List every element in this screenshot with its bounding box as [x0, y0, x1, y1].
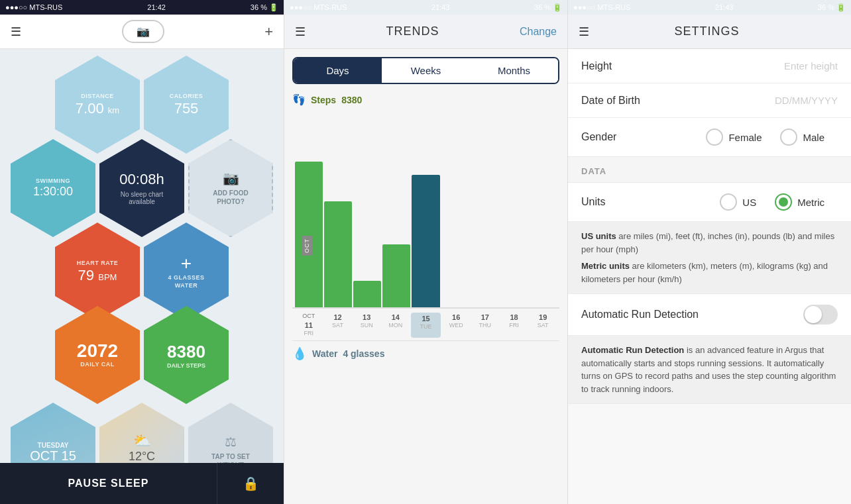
time-3: 21:43 — [715, 3, 734, 11]
us-description: US units are miles (mi), feet (ft), inch… — [581, 230, 838, 256]
bar-label-2: 13SUN — [353, 313, 380, 338]
tab-months[interactable]: Months — [470, 58, 558, 83]
panel-trends: ●●●○○ MTS-RUS 21:43 36 % 🔋 ☰ TRENDS Chan… — [284, 0, 567, 504]
steps-label: Steps — [311, 95, 336, 105]
menu-icon-1[interactable]: ☰ — [11, 25, 21, 39]
metric-label: Metric — [797, 197, 824, 208]
dob-row[interactable]: Date of Birth DD/MM/YYYY — [568, 83, 851, 118]
male-label: Male — [803, 132, 824, 143]
bar-label-1: 12SAT — [324, 313, 352, 338]
tab-days[interactable]: Days — [294, 58, 382, 83]
bar-group-3 — [382, 244, 410, 307]
time-2: 21:43 — [431, 3, 450, 11]
bar-group-1 — [324, 201, 352, 307]
bar-group-2 — [353, 281, 381, 307]
carrier-2: ●●●○○ MTS-RUS — [290, 3, 347, 11]
status-bar-3: ●●●○○ MTS-RUS 21:43 36 % 🔋 — [568, 0, 851, 15]
female-radio[interactable] — [706, 128, 723, 146]
height-row[interactable]: Height Enter height — [568, 49, 851, 83]
metric-radio[interactable] — [775, 193, 792, 211]
water-value: 4 glasses — [343, 348, 384, 359]
gender-row: Gender Female Male — [568, 118, 851, 157]
bar-0 — [295, 162, 323, 307]
time-1: 21:42 — [147, 3, 166, 11]
units-label: Units — [581, 196, 720, 208]
bar-labels: OCT11FRI12SAT13SUN14MON15TUE16WED17THU18… — [292, 310, 559, 338]
auto-run-row: Automatic Run Detection — [568, 294, 851, 336]
camera-button[interactable]: 📷 — [122, 20, 164, 43]
battery-3: 36 % 🔋 — [818, 3, 846, 12]
auto-run-toggle[interactable] — [803, 305, 838, 325]
height-input[interactable]: Enter height — [784, 60, 838, 72]
panel-fitness-dashboard: ●●●○○ MTS-RUS 21:42 36 % 🔋 ☰ 📷 + DISTANC… — [0, 0, 284, 504]
bar-label-8: 19SAT — [529, 313, 557, 338]
us-radio[interactable] — [720, 193, 737, 211]
bar-label-4: 15TUE — [411, 313, 441, 338]
menu-icon-3[interactable]: ☰ — [579, 25, 589, 39]
add-button[interactable]: + — [264, 23, 273, 40]
lock-button[interactable]: 🔒 — [217, 463, 284, 504]
metric-radio-dot — [779, 197, 788, 207]
metric-description: Metric units are kilometers (km), meters… — [581, 260, 838, 285]
bar-4 — [412, 175, 439, 307]
water-label: Water — [312, 348, 337, 359]
data-section-header: DATA — [568, 157, 851, 183]
status-bar-2: ●●●○○ MTS-RUS 21:43 36 % 🔋 — [284, 0, 567, 15]
settings-list: Height Enter height Date of Birth DD/MM/… — [568, 49, 851, 404]
top-bar-1: ☰ 📷 + — [0, 15, 284, 49]
pause-bar: PAUSE SLEEP 🔒 — [0, 463, 284, 504]
male-radio[interactable] — [780, 128, 797, 146]
data-header-text: DATA — [581, 166, 606, 176]
bar-group-0 — [295, 162, 323, 307]
bar-label-5: 16WED — [442, 313, 470, 338]
carrier-1: ●●●○○ MTS-RUS — [5, 3, 62, 11]
bar-chart — [292, 110, 559, 309]
daily-steps-tile: 8380 DAILY STEPS — [144, 306, 229, 404]
us-label: US — [742, 197, 756, 208]
settings-title: SETTINGS — [674, 25, 739, 38]
gender-label: Gender — [581, 131, 706, 143]
bar-label-7: 18FRI — [500, 313, 528, 338]
lock-icon: 🔒 — [243, 476, 259, 491]
chart-header: 👣 Steps 8380 — [292, 89, 559, 110]
bar-group-4 — [412, 175, 439, 307]
battery-2: 36 % 🔋 — [534, 3, 562, 12]
bar-3 — [382, 244, 410, 307]
scale-icon: ⚖ — [225, 434, 237, 450]
panel-settings: ●●●○○ MTS-RUS 21:43 36 % 🔋 ☰ SETTINGS He… — [567, 0, 851, 504]
female-label: Female — [728, 132, 762, 143]
top-bar-2: ☰ TRENDS Change — [284, 15, 567, 49]
height-label: Height — [581, 60, 784, 72]
bar-1 — [324, 201, 352, 307]
gender-options: Female Male — [706, 128, 838, 146]
auto-run-label: Automatic Run Detection — [581, 309, 803, 321]
bar-2 — [353, 281, 381, 307]
dob-input[interactable]: DD/MM/YYYY — [775, 95, 838, 106]
status-bar-1: ●●●○○ MTS-RUS 21:42 36 % 🔋 — [0, 0, 284, 15]
units-row: Units US Metric — [568, 183, 851, 222]
units-description: US units are miles (mi), feet (ft), inch… — [568, 222, 851, 294]
units-options: US Metric — [720, 193, 838, 211]
auto-run-desc-text: Automatic Run Detection is an advanced f… — [581, 344, 838, 395]
bar-label-0: OCT11FRI — [295, 313, 323, 338]
auto-run-description: Automatic Run Detection is an advanced f… — [568, 336, 851, 404]
tab-weeks[interactable]: Weeks — [382, 58, 470, 83]
toggle-knob — [805, 306, 822, 323]
camera-icon: 📷 — [137, 25, 150, 38]
tabs-row: Days Weeks Months — [292, 57, 559, 84]
daily-cal-tile: 2072 DAILY CAL — [55, 306, 140, 404]
food-camera-icon: 📷 — [223, 170, 239, 186]
chart-footer: 💧 Water 4 glasses — [292, 340, 559, 366]
dob-label: Date of Birth — [581, 95, 775, 107]
menu-icon-2[interactable]: ☰ — [295, 25, 306, 39]
top-bar-3: ☰ SETTINGS — [568, 15, 851, 49]
steps-value: 8380 — [341, 95, 362, 105]
chart-area: 👣 Steps 8380 OCT OCT11FRI12SAT13SUN14MON… — [284, 89, 567, 368]
pause-sleep-button[interactable]: PAUSE SLEEP — [0, 463, 217, 504]
water-icon: 💧 — [292, 346, 307, 361]
bar-label-3: 14MON — [382, 313, 410, 338]
change-button[interactable]: Change — [520, 26, 557, 38]
battery-1: 36 % 🔋 — [251, 3, 278, 12]
bar-label-6: 17THU — [471, 313, 499, 338]
add-water-icon: + — [181, 253, 192, 274]
